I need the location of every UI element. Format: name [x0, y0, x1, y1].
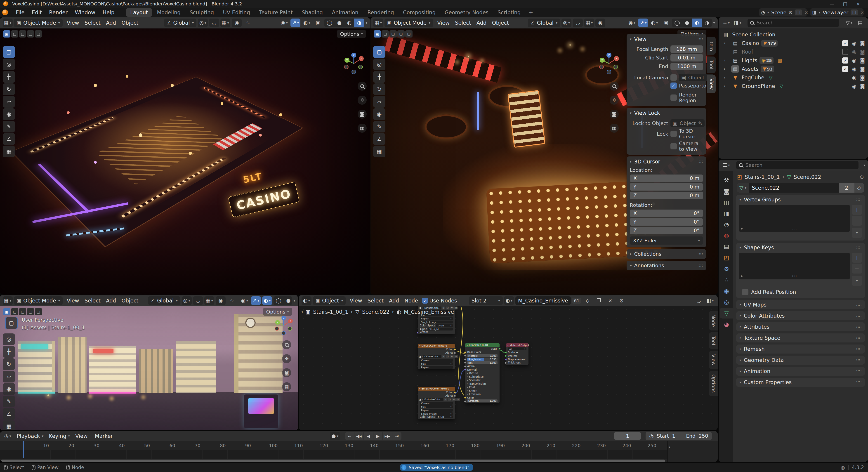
shader-menu[interactable]: Node: [402, 296, 421, 305]
grid-toggle-icon[interactable]: ▦: [358, 124, 367, 133]
cursor-panel-header[interactable]: ▾3D Cursor∷∷: [627, 156, 706, 167]
timeline-menu[interactable]: View: [72, 432, 92, 440]
properties-collapsed-panel[interactable]: ▾Texture Space∷∷: [736, 334, 865, 343]
shading-rendered-button[interactable]: ◑: [354, 19, 364, 27]
tool-tweak-icon[interactable]: ▣: [3, 30, 10, 37]
tool-select-circle-icon[interactable]: ▢: [390, 30, 397, 37]
exclude-checkbox[interactable]: [842, 40, 848, 46]
blender-menu-icon[interactable]: [2, 9, 8, 15]
outliner-row[interactable]: › Assets 93 ◉ ◙: [719, 65, 868, 73]
node-material-output[interactable]: ▾Material Output All▾ Surface Volume Dis…: [506, 343, 528, 365]
shader-sidebar-tab[interactable]: Tool: [709, 332, 718, 349]
list-fold-icon[interactable]: ▸: [741, 226, 743, 230]
grid-toggle-icon[interactable]: ▦: [610, 124, 619, 133]
socket-alpha-out[interactable]: [454, 395, 456, 397]
viewport3-scene[interactable]: [0, 295, 298, 430]
properties-tab[interactable]: ◉: [720, 285, 733, 296]
add-vertex-group-button[interactable]: +: [852, 205, 862, 215]
tool-select-lasso-icon[interactable]: ▢: [27, 308, 34, 315]
tool-add-cube[interactable]: ▦: [373, 146, 385, 157]
orientation-dropdown[interactable]: ∠Global▾: [164, 19, 196, 27]
axis-field[interactable]: Z0°: [630, 227, 703, 234]
overlays-dropdown[interactable]: ◐▾: [262, 296, 272, 305]
tool-measure[interactable]: ∠: [373, 133, 385, 145]
unlink-image-button[interactable]: ×: [454, 307, 458, 310]
shape-key-specials-button[interactable]: ▾: [852, 276, 862, 286]
save-notification[interactable]: i Saved "VoxelCasino.blend": [400, 464, 473, 471]
copy-image-button[interactable]: ❐: [446, 355, 450, 358]
timeline-tracks[interactable]: [0, 450, 667, 459]
properties-tab[interactable]: ◙: [720, 186, 733, 197]
exclude-checkbox[interactable]: [842, 66, 848, 72]
workspace-tab[interactable]: Modeling: [153, 8, 185, 17]
properties-collapsed-panel[interactable]: ▾Attributes∷∷: [736, 322, 865, 332]
add-rest-position-checkbox[interactable]: [742, 289, 748, 295]
shader-sidebar-tab[interactable]: Options: [709, 371, 718, 396]
node-principled-bsdf[interactable]: ▾Principled BSDF BSDF Base Color Metalli…: [465, 343, 500, 403]
properties-collapsed-panel[interactable]: ▾Remesh∷∷: [736, 345, 865, 353]
collapsed-section-row[interactable]: ▸Specular: [465, 379, 500, 382]
exclude-checkbox[interactable]: [842, 57, 848, 64]
outliner-row[interactable]: › Lights 25 ◉ ◙: [719, 56, 868, 65]
snap-dropdown[interactable]: ▦▾: [584, 19, 594, 27]
outliner-row[interactable]: Roof ◉ ◙: [719, 48, 868, 56]
socket-base-color-in[interactable]: [464, 351, 466, 353]
mode-dropdown[interactable]: ▣Object Mode▾: [14, 19, 63, 27]
editor-type-icon[interactable]: ◐▾: [302, 296, 311, 305]
pivot-dropdown[interactable]: ◎▾: [198, 19, 208, 27]
shading-wireframe-button[interactable]: ◯: [672, 19, 682, 27]
vertex-groups-list[interactable]: ▸ ∷∷: [739, 205, 850, 232]
tool-measure[interactable]: ∠: [3, 408, 15, 420]
socket-alpha-out[interactable]: [454, 352, 456, 354]
sidebar-collapsed-panel[interactable]: ▾Annotations∷∷: [627, 261, 706, 270]
expand-arrow[interactable]: ›: [723, 66, 729, 72]
main-menu-item[interactable]: File: [12, 8, 28, 17]
image-name[interactable]: DiffuseColor...: [423, 355, 441, 358]
rotation-order-dropdown[interactable]: XYZ Euler▾: [630, 237, 703, 245]
hide-eye-icon[interactable]: ◉: [852, 75, 856, 81]
timeline-menu[interactable]: Marker: [92, 432, 118, 440]
vertex-group-specials-button[interactable]: ▾: [852, 228, 862, 238]
vertex-groups-header[interactable]: ▾Vertex Groups∷∷: [736, 195, 865, 204]
stopwatch-icon[interactable]: ◔: [649, 433, 653, 439]
shading-solid-button[interactable]: ●: [682, 19, 692, 27]
properties-tab[interactable]: ◍: [720, 230, 733, 241]
expand-arrow[interactable]: ›: [723, 75, 729, 80]
viewport-menu[interactable]: View: [434, 19, 452, 27]
properties-tab[interactable]: ◰: [720, 252, 733, 263]
expand-arrow[interactable]: ›: [723, 84, 729, 89]
workspace-tab[interactable]: Rendering: [363, 8, 398, 17]
collapsed-section-row[interactable]: ▸Subsurface: [465, 375, 500, 379]
viewport-menu[interactable]: Select: [82, 296, 103, 305]
material-users-count[interactable]: 61: [572, 298, 581, 304]
visibility-dropdown[interactable]: ◉▾: [627, 19, 637, 27]
exclude-checkbox[interactable]: [842, 49, 848, 55]
outliner-row[interactable]: › GroundPlane ◉ ◙: [719, 82, 868, 90]
tool-transform[interactable]: ◉: [3, 108, 15, 120]
expand-arrow[interactable]: ›: [723, 58, 729, 63]
shading-material-button[interactable]: ◐: [692, 19, 702, 27]
hide-eye-icon[interactable]: ◉: [852, 58, 856, 63]
axis-field[interactable]: X0°: [630, 210, 703, 217]
panel-grip-icon[interactable]: ∷∷: [698, 37, 703, 41]
socket-normal-in[interactable]: [464, 369, 466, 371]
proportional-edit-toggle[interactable]: ◉: [216, 296, 225, 305]
tool-measure[interactable]: ∠: [3, 133, 15, 145]
pan-icon[interactable]: ✥: [358, 96, 367, 105]
sidebar-tab[interactable]: Item: [707, 37, 716, 55]
tool-select-lasso-icon[interactable]: ▢: [27, 30, 34, 37]
fake-user-shield-icon[interactable]: ◇: [583, 296, 592, 305]
tool-tweak-icon[interactable]: ▣: [3, 308, 10, 315]
pin-icon[interactable]: ⊙: [616, 296, 626, 305]
sidebar-tab[interactable]: View: [707, 75, 716, 93]
use-nodes-checkbox[interactable]: [422, 298, 428, 304]
properties-tab[interactable]: ∴: [720, 275, 733, 285]
strength-field[interactable]: Strength1.000: [467, 400, 498, 402]
snap-toggle[interactable]: ◡: [694, 296, 704, 305]
new-scene-button[interactable]: ❐: [795, 9, 802, 15]
next-keyframe-button[interactable]: ▸▶: [383, 432, 392, 440]
tool-cursor[interactable]: ◎: [3, 59, 15, 70]
node-dropdown[interactable]: Closest▾: [420, 402, 453, 405]
viewport1-scene[interactable]: 5LT CASINO: [0, 17, 370, 294]
users-count[interactable]: 2: [839, 183, 855, 193]
